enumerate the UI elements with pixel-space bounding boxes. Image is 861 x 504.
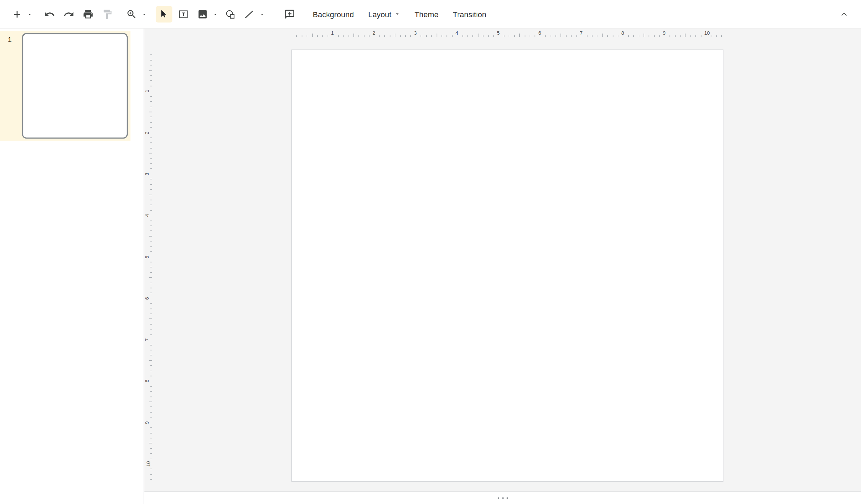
ruler-tick [150, 386, 152, 387]
ruler-tick [504, 35, 504, 37]
undo-button[interactable] [41, 6, 58, 22]
ruler-tick [613, 35, 613, 37]
speaker-notes-splitter[interactable] [144, 491, 861, 504]
ruler-tick [150, 143, 152, 143]
ruler-tick [452, 35, 453, 37]
slide-thumbnail[interactable] [22, 33, 128, 139]
ruler-tick [322, 35, 323, 37]
theme-button[interactable]: Theme [409, 6, 444, 22]
h-ruler-number: 2 [373, 31, 375, 36]
ruler-tick [150, 60, 152, 61]
h-ruler-number: 10 [704, 31, 710, 36]
ruler-tick [150, 138, 152, 138]
ruler-tick [701, 35, 701, 37]
ruler-tick [150, 453, 152, 454]
insert-line-button[interactable] [241, 6, 258, 22]
add-comment-icon [284, 9, 295, 20]
ruler-tick [150, 107, 152, 107]
ruler-tick [576, 35, 577, 37]
ruler-tick [150, 163, 152, 164]
insert-shape-button[interactable] [222, 6, 238, 22]
select-tool-button[interactable] [156, 6, 172, 22]
ruler-tick [359, 35, 359, 37]
ruler-tick [473, 35, 474, 37]
ruler-tick [150, 417, 152, 418]
ruler-tick [150, 412, 152, 413]
background-button[interactable]: Background [307, 6, 360, 22]
paint-format-button[interactable] [99, 6, 116, 22]
chevron-up-icon [839, 9, 849, 19]
ruler-tick [150, 376, 152, 376]
ruler-tick [514, 35, 515, 37]
ruler-tick [364, 35, 364, 37]
v-ruler-number: 4 [145, 214, 150, 217]
layout-button-label: Layout [368, 10, 391, 19]
new-slide-dropdown[interactable] [25, 6, 34, 22]
h-ruler-number: 7 [580, 31, 583, 36]
cursor-icon [159, 9, 170, 20]
slide-filmstrip: 1 [0, 29, 144, 504]
ruler-tick [150, 407, 152, 407]
textbox-tool-button[interactable] [175, 6, 192, 22]
ruler-tick [150, 179, 152, 180]
ruler-tick [150, 231, 152, 231]
ruler-tick [150, 329, 152, 330]
ruler-tick [442, 35, 442, 37]
hide-menus-button[interactable] [836, 6, 852, 22]
vertical-ruler: 12345678910 [144, 50, 153, 482]
layout-button[interactable]: Layout [363, 6, 406, 22]
zoom-dropdown[interactable] [140, 6, 148, 22]
ruler-tick [659, 35, 660, 37]
textbox-icon [178, 9, 189, 20]
transition-button[interactable]: Transition [447, 6, 492, 22]
transition-button-label: Transition [453, 10, 487, 19]
ruler-tick [555, 35, 556, 37]
ruler-tick [149, 195, 152, 195]
ruler-tick [421, 35, 422, 37]
ruler-tick [592, 35, 593, 37]
ruler-tick [150, 251, 152, 252]
background-button-label: Background [313, 10, 354, 19]
zoom-button[interactable] [123, 6, 140, 22]
ruler-tick [530, 35, 530, 37]
ruler-tick [431, 35, 432, 37]
line-icon [244, 9, 255, 20]
ruler-tick [150, 479, 152, 480]
ruler-tick [587, 35, 587, 37]
v-ruler-number: 3 [145, 173, 150, 175]
ruler-tick [545, 35, 546, 37]
redo-button[interactable] [61, 6, 77, 22]
ruler-tick [150, 205, 152, 206]
ruler-tick [150, 427, 152, 428]
insert-image-button[interactable] [194, 6, 211, 22]
new-slide-button[interactable] [9, 6, 25, 22]
insert-image-dropdown[interactable] [211, 6, 219, 22]
ruler-tick [343, 35, 344, 37]
ruler-tick [395, 34, 396, 37]
ruler-tick [390, 35, 391, 37]
h-ruler-number: 4 [456, 31, 458, 36]
v-ruler-number: 8 [145, 380, 150, 383]
zoom-icon [126, 9, 137, 20]
ruler-tick [149, 277, 152, 278]
notes-drag-handle-icon[interactable] [498, 497, 508, 499]
v-ruler-number: 9 [145, 421, 150, 424]
ruler-tick [149, 153, 152, 154]
print-button[interactable] [80, 6, 96, 22]
ruler-tick [150, 324, 152, 325]
ruler-tick [462, 35, 463, 37]
insert-line-dropdown[interactable] [258, 6, 266, 22]
shape-icon [225, 9, 236, 20]
slide-row-selected[interactable]: 1 [0, 31, 130, 141]
theme-button-label: Theme [414, 10, 438, 19]
add-comment-button[interactable] [281, 6, 298, 22]
ruler-tick [436, 34, 437, 37]
ruler-tick [296, 35, 297, 37]
ruler-tick [149, 443, 152, 444]
ruler-tick [493, 35, 494, 37]
ruler-tick [328, 35, 328, 37]
ruler-tick [150, 189, 152, 190]
ruler-tick [638, 35, 639, 37]
ruler-tick [150, 246, 152, 247]
slide-canvas[interactable] [291, 50, 723, 482]
